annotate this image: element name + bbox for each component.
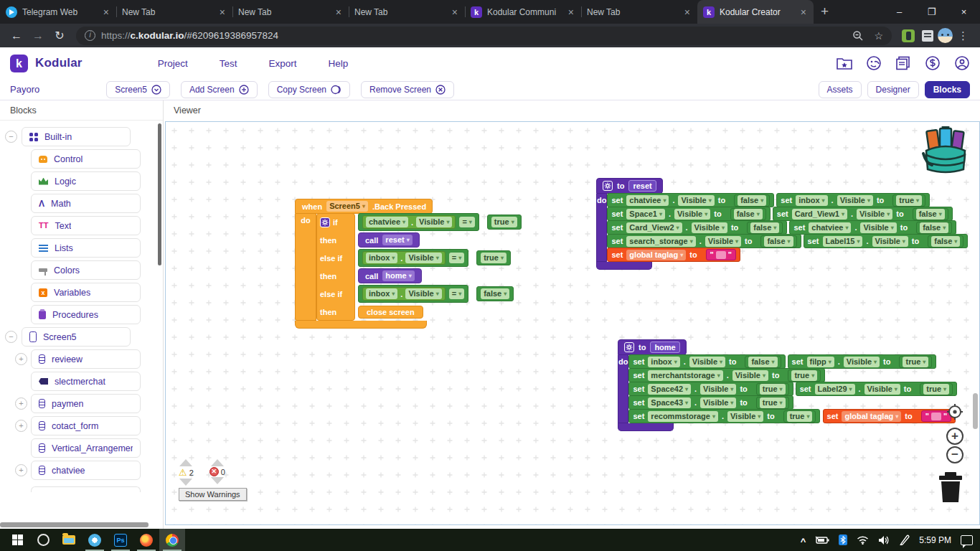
browser-app-icon[interactable] bbox=[82, 529, 108, 551]
tab-newtab-1[interactable]: New Tab × bbox=[116, 0, 232, 24]
url-text[interactable]: https://c.kodular.io/#6209619386957824 bbox=[101, 30, 278, 41]
backpack-icon[interactable] bbox=[920, 126, 971, 174]
component-visible-getter[interactable]: inbox . Visible bbox=[362, 287, 446, 301]
logic-value-block[interactable]: false bbox=[928, 235, 963, 248]
error-next-icon[interactable] bbox=[211, 477, 224, 484]
documents-icon[interactable] bbox=[895, 56, 911, 70]
set-visible-block[interactable]: setchatviee.Visibletofalse bbox=[607, 193, 774, 207]
procedure-name-field[interactable]: reset bbox=[628, 180, 656, 192]
close-window-button[interactable]: × bbox=[948, 0, 980, 24]
site-info-icon[interactable]: i bbox=[85, 30, 95, 41]
canvas-vertical-scrollbar[interactable] bbox=[973, 393, 978, 429]
property-dropdown[interactable]: Visible bbox=[732, 370, 768, 381]
logic-value-block[interactable]: true bbox=[899, 356, 932, 368]
collapse-icon[interactable]: − bbox=[5, 331, 17, 343]
logic-false-block[interactable]: false bbox=[476, 286, 514, 301]
logic-value-block[interactable]: false bbox=[734, 194, 770, 207]
copy-screen-button[interactable]: Copy Screen bbox=[268, 81, 350, 98]
condition-equals-block[interactable]: chatviee . Visible = bbox=[358, 213, 479, 231]
browser-menu-icon[interactable]: ⋮ bbox=[953, 29, 974, 42]
trash-icon[interactable] bbox=[935, 471, 966, 504]
expand-icon[interactable]: + bbox=[15, 420, 27, 432]
warning-next-icon[interactable] bbox=[179, 479, 192, 486]
expand-icon[interactable]: + bbox=[15, 353, 27, 365]
set-visible-block[interactable]: setmerchantstorage.Visibletotrue bbox=[628, 368, 825, 382]
tab-newtab-2[interactable]: New Tab × bbox=[232, 0, 349, 24]
taskbar-clock[interactable]: 5:59 PM bbox=[919, 535, 951, 545]
start-button[interactable] bbox=[4, 529, 30, 551]
logic-value-block[interactable]: true bbox=[788, 369, 821, 382]
logic-value-block[interactable]: false bbox=[916, 222, 952, 234]
logic-value-block[interactable]: false bbox=[730, 208, 766, 220]
operator-dropdown[interactable]: = bbox=[449, 253, 464, 263]
component-visible-getter[interactable]: inbox . Visible bbox=[362, 251, 446, 265]
component-dropdown[interactable]: Space43 bbox=[648, 397, 691, 408]
logic-true-block[interactable]: true bbox=[476, 250, 511, 265]
bookmark-star-icon[interactable]: ☆ bbox=[874, 30, 883, 42]
tree-item-variables[interactable]: xVariables bbox=[0, 283, 163, 302]
tab-close-icon[interactable]: × bbox=[799, 6, 808, 18]
tab-kodular-community[interactable]: k Kodular Communi × bbox=[465, 0, 581, 24]
logic-value-block[interactable]: true bbox=[920, 383, 953, 395]
tree-item-logic[interactable]: Logic bbox=[0, 171, 163, 191]
set-visible-block[interactable]: setSpace1.Visibletofalse bbox=[607, 207, 770, 221]
property-dropdown[interactable]: Visible bbox=[864, 384, 900, 395]
tab-close-icon[interactable]: × bbox=[334, 6, 343, 18]
property-dropdown[interactable]: Visible bbox=[837, 195, 873, 206]
chrome-icon[interactable] bbox=[159, 529, 185, 551]
component-dropdown[interactable]: chatviee bbox=[366, 217, 408, 227]
show-warnings-button[interactable]: Show Warnings bbox=[179, 488, 247, 501]
component-dropdown[interactable]: chatviee bbox=[809, 222, 851, 233]
property-dropdown[interactable]: Visible bbox=[692, 222, 727, 233]
designer-button[interactable]: Designer bbox=[867, 81, 919, 98]
set-visible-block[interactable]: setsearch_storage.Visibletofalse bbox=[607, 234, 801, 248]
zoom-out-icon[interactable]: − bbox=[946, 446, 963, 463]
tab-telegram[interactable]: Telegram Web × bbox=[0, 0, 116, 24]
tree-item-chatviee[interactable]: + chatviee bbox=[0, 461, 163, 480]
logic-value-dropdown[interactable]: false bbox=[481, 288, 509, 299]
tab-close-icon[interactable]: × bbox=[102, 6, 110, 18]
warning-prev-icon[interactable] bbox=[179, 459, 192, 466]
set-visible-block[interactable]: setSpace43.Visibletotrue bbox=[628, 395, 793, 410]
text-input-field[interactable] bbox=[931, 413, 941, 420]
logic-value-block[interactable]: false bbox=[760, 235, 796, 248]
property-dropdown[interactable]: Visible bbox=[674, 209, 710, 220]
tree-item-builtin[interactable]: − Built-in bbox=[0, 127, 163, 146]
address-bar[interactable]: i https://c.kodular.io/#6209619386957824… bbox=[76, 27, 892, 45]
call-reset-block[interactable]: callreset bbox=[358, 232, 420, 248]
tab-newtab-3[interactable]: New Tab × bbox=[349, 0, 465, 24]
tree-item-control[interactable]: Control bbox=[0, 149, 163, 169]
screen-selector-button[interactable]: Screen5 bbox=[106, 81, 170, 98]
expand-icon[interactable]: + bbox=[15, 397, 27, 410]
mutator-gear-icon[interactable] bbox=[320, 217, 330, 227]
property-dropdown[interactable]: Visible bbox=[405, 288, 441, 299]
back-icon[interactable]: ← bbox=[6, 29, 27, 42]
screen-dropdown[interactable]: Screen5 bbox=[326, 201, 368, 212]
tree-item-revieew[interactable]: + revieew bbox=[0, 349, 163, 369]
tab-newtab-4[interactable]: New Tab × bbox=[581, 0, 697, 24]
procedure-dropdown[interactable]: reset bbox=[382, 235, 412, 245]
logic-value-block[interactable]: false bbox=[747, 222, 783, 234]
set-visible-block[interactable]: setinbox.Visibletofalse bbox=[628, 354, 785, 369]
add-screen-button[interactable]: Add Screen bbox=[181, 81, 258, 98]
menu-export[interactable]: Export bbox=[268, 58, 296, 69]
photoshop-icon[interactable]: Ps bbox=[108, 529, 133, 551]
component-dropdown[interactable]: chatviee bbox=[626, 195, 669, 206]
zoom-in-icon[interactable]: + bbox=[946, 428, 963, 445]
blocks-canvas[interactable]: when Screen5 .Back Pressed do if chatvie… bbox=[165, 121, 980, 525]
global-variable-dropdown[interactable]: global taglag bbox=[626, 250, 686, 260]
global-variable-dropdown[interactable]: global taglag bbox=[842, 411, 901, 422]
property-dropdown[interactable]: Visible bbox=[872, 236, 908, 247]
component-dropdown[interactable]: recommstorage bbox=[648, 411, 718, 422]
sidebar-horizontal-scrollbar[interactable] bbox=[0, 522, 149, 527]
tree-item-paymen[interactable]: + paymen bbox=[0, 394, 163, 413]
assets-button[interactable]: Assets bbox=[819, 81, 862, 98]
logic-true-block[interactable]: true bbox=[487, 215, 522, 230]
set-visible-block[interactable]: setchatviee.Visibletofalse bbox=[789, 220, 956, 235]
logic-value-block[interactable]: true bbox=[892, 194, 925, 207]
pen-icon[interactable] bbox=[899, 534, 910, 545]
remove-screen-button[interactable]: Remove Screen bbox=[361, 81, 454, 98]
property-dropdown[interactable]: Visible bbox=[700, 384, 736, 395]
earnings-icon[interactable] bbox=[925, 55, 941, 71]
set-global-variable-block[interactable]: setglobal taglagto"" bbox=[607, 248, 740, 262]
